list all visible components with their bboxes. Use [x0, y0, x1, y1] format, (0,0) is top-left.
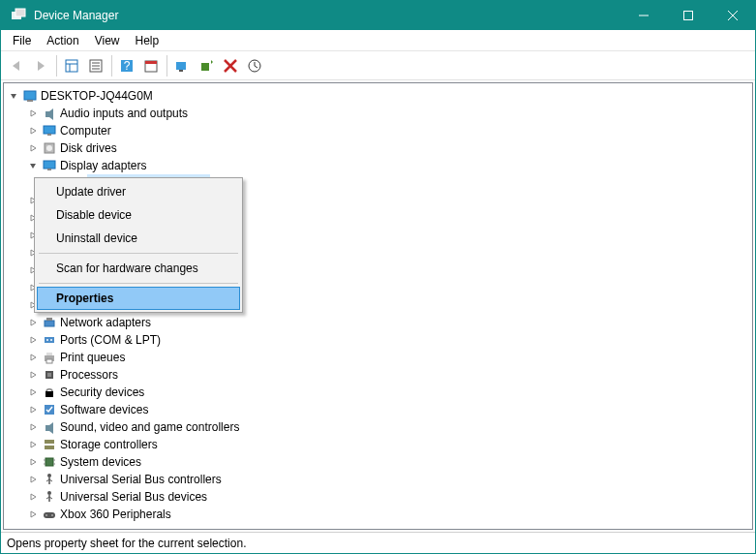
network-icon — [41, 315, 58, 330]
tree-category[interactable]: Processors — [4, 366, 752, 384]
svg-point-72 — [47, 474, 51, 477]
computer-icon — [21, 88, 39, 104]
device-tree-pane[interactable]: DESKTOP-JQ44G0MAudio inputs and outputsC… — [3, 82, 753, 530]
context-menu: Update driverDisable deviceUninstall dev… — [34, 177, 243, 313]
tree-category[interactable]: Sound, video and game controllers — [4, 418, 752, 436]
context-menu-item[interactable]: Update driver — [37, 180, 240, 203]
tree-category[interactable]: Disk drives — [4, 139, 752, 157]
uninstall-button[interactable] — [219, 54, 242, 77]
tree-category-label: Audio inputs and outputs — [58, 105, 190, 122]
svg-rect-65 — [45, 440, 54, 444]
context-menu-item[interactable]: Uninstall device — [37, 227, 240, 250]
tree-category-label: Print queues — [58, 349, 127, 366]
scan-hardware-button[interactable] — [170, 54, 194, 77]
gamepad-icon — [41, 507, 58, 522]
tree-category[interactable]: Display adapters — [4, 157, 752, 174]
tree-category[interactable]: Universal Serial Bus controllers — [4, 471, 752, 488]
svg-rect-80 — [44, 512, 55, 518]
chevron-down-icon[interactable] — [6, 91, 21, 101]
context-menu-item[interactable]: Properties — [37, 287, 240, 310]
back-button[interactable] — [5, 54, 28, 77]
menu-view[interactable]: View — [87, 32, 128, 49]
tree-category-label: Processors — [58, 366, 120, 384]
context-menu-item[interactable]: Scan for hardware changes — [37, 257, 240, 280]
chevron-right-icon[interactable] — [25, 143, 41, 153]
svg-text:?: ? — [124, 59, 131, 73]
minimize-button[interactable] — [621, 1, 666, 30]
chevron-right-icon[interactable] — [25, 475, 41, 484]
tree-category[interactable]: Universal Serial Bus devices — [4, 488, 752, 506]
lock-icon — [41, 385, 58, 400]
svg-rect-26 — [44, 126, 55, 134]
chevron-down-icon[interactable] — [25, 161, 41, 170]
tree-category[interactable]: Software devices — [4, 401, 752, 418]
svg-point-76 — [47, 491, 51, 495]
tree-root[interactable]: DESKTOP-JQ44G0M — [4, 87, 752, 105]
tree-category[interactable]: Network adapters — [4, 314, 752, 331]
chevron-right-icon[interactable] — [25, 440, 41, 449]
tree-root-label: DESKTOP-JQ44G0M — [39, 87, 155, 105]
menu-file[interactable]: File — [5, 32, 39, 49]
tree-category[interactable]: Security devices — [4, 384, 752, 401]
svg-rect-58 — [46, 353, 52, 355]
update-driver-button[interactable] — [243, 54, 266, 77]
context-menu-separator — [39, 283, 238, 284]
forward-button[interactable] — [29, 54, 52, 77]
monitor-icon — [41, 123, 58, 138]
tree-category-label: Xbox 360 Peripherals — [58, 506, 173, 523]
tree-category-label: Disk drives — [58, 139, 119, 157]
chevron-right-icon[interactable] — [25, 370, 41, 380]
tree-category-label: Storage controllers — [58, 436, 160, 453]
tree-category-label: Universal Serial Bus controllers — [58, 471, 224, 488]
tree-category-label: Computer — [58, 122, 113, 139]
tree-category[interactable]: System devices — [4, 453, 752, 471]
chevron-right-icon[interactable] — [25, 126, 41, 136]
chevron-right-icon[interactable] — [25, 509, 41, 519]
tree-category[interactable]: Computer — [4, 122, 752, 139]
svg-point-56 — [50, 339, 52, 341]
window-title: Device Manager — [34, 9, 621, 22]
menu-action[interactable]: Action — [39, 32, 86, 49]
menu-bar: File Action View Help — [1, 30, 755, 51]
chevron-right-icon[interactable] — [25, 457, 41, 467]
tree-category[interactable]: Xbox 360 Peripherals — [4, 506, 752, 523]
tree-category-label: System devices — [58, 453, 143, 471]
menu-help[interactable]: Help — [128, 32, 167, 49]
tree-category[interactable]: Ports (COM & LPT) — [4, 331, 752, 349]
svg-rect-23 — [24, 91, 36, 100]
tree-category[interactable]: Audio inputs and outputs — [4, 105, 752, 122]
chevron-right-icon[interactable] — [25, 108, 41, 118]
show-hide-tree-button[interactable] — [60, 54, 83, 77]
help-button[interactable]: ? — [115, 54, 138, 77]
chevron-right-icon[interactable] — [25, 318, 41, 327]
svg-rect-3 — [684, 12, 693, 20]
maximize-button[interactable] — [666, 1, 711, 30]
svg-point-82 — [51, 514, 53, 516]
date-button[interactable] — [139, 54, 163, 77]
svg-rect-59 — [46, 359, 52, 363]
status-bar: Opens property sheet for the current sel… — [1, 532, 755, 553]
svg-rect-31 — [47, 169, 51, 170]
port-icon — [41, 332, 58, 348]
chevron-right-icon[interactable] — [25, 387, 41, 397]
chevron-right-icon[interactable] — [25, 405, 41, 415]
tree-category-label: Display adapters — [58, 157, 148, 174]
svg-point-55 — [46, 339, 48, 341]
chevron-right-icon[interactable] — [25, 422, 41, 432]
tree-category[interactable]: Storage controllers — [4, 436, 752, 453]
add-legacy-button[interactable] — [195, 54, 218, 77]
chevron-right-icon[interactable] — [25, 353, 41, 362]
properties-button[interactable] — [84, 54, 107, 77]
chevron-right-icon[interactable] — [25, 335, 41, 345]
svg-rect-30 — [44, 161, 55, 169]
close-button[interactable] — [711, 1, 755, 30]
tree-category-label: Ports (COM & LPT) — [58, 331, 163, 349]
context-menu-item[interactable]: Disable device — [37, 203, 240, 227]
svg-rect-27 — [47, 134, 51, 136]
svg-rect-16 — [145, 61, 157, 64]
tree-category-label: Sound, video and game controllers — [58, 418, 241, 436]
app-icon — [11, 8, 26, 23]
chevron-right-icon[interactable] — [25, 492, 41, 502]
speaker-icon — [41, 419, 58, 435]
tree-category[interactable]: Print queues — [4, 349, 752, 366]
